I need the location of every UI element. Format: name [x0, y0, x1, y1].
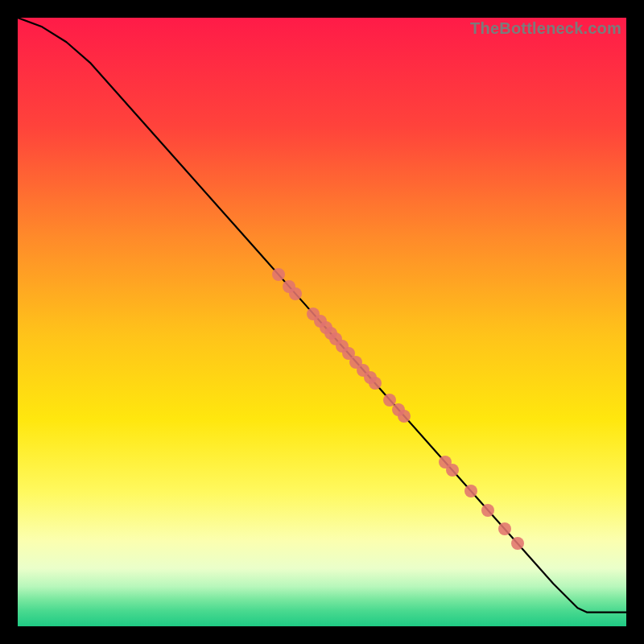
watermark-text: TheBottleneck.com	[470, 19, 621, 38]
data-point	[481, 504, 494, 517]
data-point	[446, 464, 459, 477]
data-point	[272, 268, 285, 281]
data-point	[498, 522, 511, 535]
data-point	[511, 537, 524, 550]
plot-area: TheBottleneck.com	[18, 18, 626, 626]
data-point	[464, 485, 477, 497]
data-point	[398, 410, 411, 423]
chart-stage: TheBottleneck.com	[0, 0, 644, 644]
data-point	[369, 377, 382, 390]
data-point	[289, 287, 302, 300]
